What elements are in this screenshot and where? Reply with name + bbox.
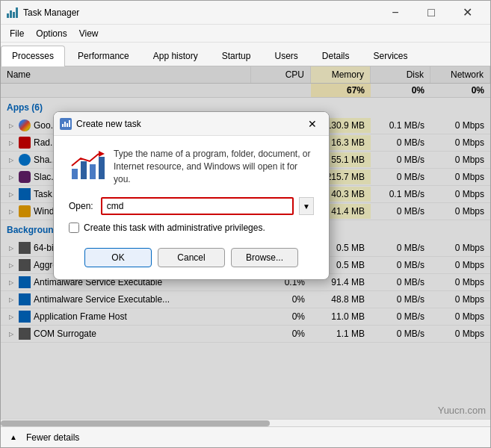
app-icon bbox=[7, 7, 19, 19]
tab-startup[interactable]: Startup bbox=[211, 46, 262, 66]
dialog-checkbox-row: Create this task with administrative pri… bbox=[69, 223, 314, 233]
ok-button[interactable]: OK bbox=[84, 248, 152, 267]
dialog-top-area: Type the name of a program, folder, docu… bbox=[69, 148, 314, 185]
dialog-overlay: Create new task ✕ bbox=[1, 66, 490, 419]
menu-bar: File Options View bbox=[1, 25, 490, 43]
svg-rect-3 bbox=[99, 157, 105, 179]
dialog-open-input[interactable] bbox=[101, 197, 294, 215]
scrollbar-thumb[interactable] bbox=[1, 420, 270, 426]
menu-options[interactable]: Options bbox=[30, 27, 72, 40]
svg-marker-4 bbox=[99, 151, 105, 157]
create-task-dialog: Create new task ✕ bbox=[53, 111, 330, 280]
footer-label: Fewer details bbox=[26, 432, 79, 443]
tab-processes[interactable]: Processes bbox=[1, 46, 65, 66]
tab-services[interactable]: Services bbox=[362, 46, 419, 66]
menu-view[interactable]: View bbox=[73, 27, 105, 40]
dialog-title-text: Create new task bbox=[76, 119, 302, 129]
dialog-close-button[interactable]: ✕ bbox=[302, 113, 323, 134]
chevron-up-icon: ▲ bbox=[10, 433, 22, 441]
minimize-button[interactable]: − bbox=[378, 1, 413, 25]
tab-details[interactable]: Details bbox=[311, 46, 361, 66]
title-bar: Task Manager − □ ✕ bbox=[1, 1, 490, 25]
dialog-open-label: Open: bbox=[69, 201, 93, 211]
browse-button[interactable]: Browse... bbox=[231, 248, 298, 267]
svg-rect-1 bbox=[81, 161, 87, 179]
horizontal-scrollbar[interactable] bbox=[1, 419, 490, 426]
window-title: Task Manager bbox=[23, 7, 378, 18]
svg-rect-0 bbox=[72, 169, 78, 179]
svg-rect-2 bbox=[90, 164, 96, 179]
tab-app-history[interactable]: App history bbox=[142, 46, 209, 66]
dialog-open-row: Open: ▼ bbox=[69, 197, 314, 215]
tab-bar: Processes Performance App history Startu… bbox=[1, 43, 490, 66]
dialog-dropdown-button[interactable]: ▼ bbox=[299, 197, 314, 215]
main-content: Name CPU Memory Disk Network 67% 0% 0% A… bbox=[1, 66, 490, 419]
tab-performance[interactable]: Performance bbox=[67, 46, 140, 66]
close-button[interactable]: ✕ bbox=[450, 1, 484, 25]
cancel-button[interactable]: Cancel bbox=[158, 248, 225, 267]
dialog-buttons: OK Cancel Browse... bbox=[69, 248, 314, 267]
maximize-button[interactable]: □ bbox=[414, 1, 448, 25]
dialog-description: Type the name of a program, folder, docu… bbox=[114, 148, 314, 185]
dialog-title-icon bbox=[60, 118, 72, 130]
admin-privileges-checkbox[interactable] bbox=[69, 223, 79, 233]
footer[interactable]: ▲ Fewer details bbox=[1, 426, 490, 447]
window-controls: − □ ✕ bbox=[378, 1, 484, 25]
dialog-body: Type the name of a program, folder, docu… bbox=[54, 136, 329, 279]
dialog-titlebar: Create new task ✕ bbox=[54, 112, 329, 136]
task-manager-window: Task Manager − □ ✕ File Options View Pro… bbox=[0, 0, 491, 448]
dialog-app-icon bbox=[69, 148, 105, 184]
tab-users[interactable]: Users bbox=[263, 46, 309, 66]
admin-privileges-label: Create this task with administrative pri… bbox=[84, 223, 265, 233]
menu-file[interactable]: File bbox=[4, 27, 30, 40]
